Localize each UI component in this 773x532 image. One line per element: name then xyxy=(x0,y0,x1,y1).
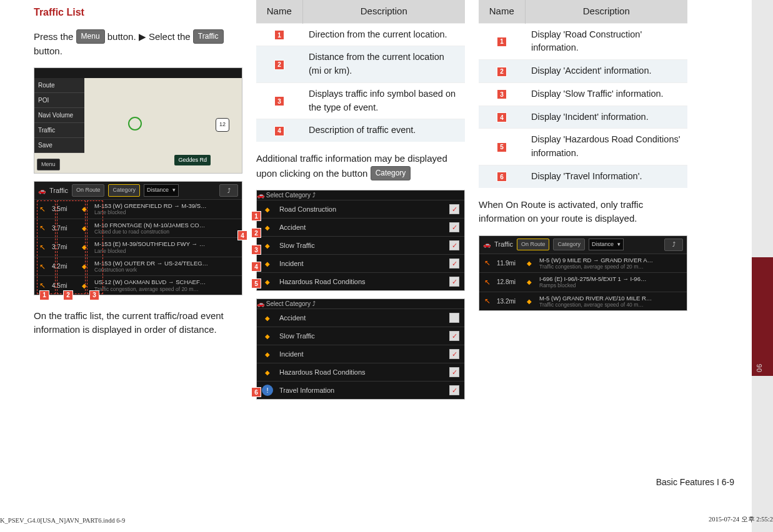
hazardous-icon: ◆ xyxy=(262,367,273,378)
map-menu-button: Menu xyxy=(37,159,60,171)
on-route-tab: On Route xyxy=(72,184,105,197)
map-screenshot: Route POI Navi Volume Traffic Save 12 Me… xyxy=(34,67,242,174)
menu-pill: Menu xyxy=(76,29,105,44)
indd-footer-right: 2015-07-24 오후 2:55:2 xyxy=(709,515,773,524)
car-icon: 🚗 xyxy=(483,240,491,249)
checkbox-icon xyxy=(449,259,459,268)
page-footer: Basic Features I 6-9 xyxy=(656,477,734,487)
checkbox-icon xyxy=(449,240,459,250)
checkbox-icon xyxy=(449,277,459,287)
checkbox-icon xyxy=(449,385,459,395)
traffic-event-icon: ◆ xyxy=(524,258,534,268)
hazardous-icon: ◆ xyxy=(262,276,273,287)
traffic-list-screenshot: 🚗 Traffic On Route Category Distance▾ ⤴ … xyxy=(34,181,242,295)
traffic-list-para: On the traffic list, the current traffic… xyxy=(34,309,242,337)
checkbox-icon xyxy=(449,313,459,323)
sort-dropdown: Distance▾ xyxy=(144,184,179,197)
map-side-menu: Route POI Navi Volume Traffic Save xyxy=(34,78,84,153)
car-icon: 🚗 xyxy=(257,300,264,307)
select-category-screenshot-1: 🚗 Select Category ⤴ ◆Road Construction ◆… xyxy=(256,190,465,291)
checkbox-icon xyxy=(449,349,459,359)
slow-traffic-icon: ◆ xyxy=(262,240,273,251)
direction-icon: ↖ xyxy=(483,297,492,305)
travel-info-icon: ! xyxy=(262,385,273,396)
on-route-screenshot: 🚗 Traffic On Route Category Distance▾ ⤴ … xyxy=(479,235,687,312)
callout-table-2: NameDescription 1Display 'Road Construct… xyxy=(479,0,687,188)
highway-shield: 12 xyxy=(216,118,229,132)
traffic-list-intro: Press the Menu button. ▶ Select the Traf… xyxy=(34,29,242,58)
direction-icon: ↖ xyxy=(483,278,492,287)
car-icon: 🚗 xyxy=(257,192,264,199)
incident-icon: ◆ xyxy=(262,348,273,360)
sort-dropdown: Distance▾ xyxy=(589,239,624,251)
back-icon: ⤴ xyxy=(664,239,683,251)
car-icon: 🚗 xyxy=(38,186,46,195)
checkbox-icon xyxy=(449,331,459,341)
accident-icon: ◆ xyxy=(262,312,273,323)
traffic-list-heading: Traffic List xyxy=(34,5,242,20)
additional-info-para: Additional traffic information may be di… xyxy=(256,152,465,180)
road-label: Geddes Rd xyxy=(174,155,211,166)
section-number: 06 xyxy=(756,363,763,372)
category-tab: Category xyxy=(553,239,585,251)
traffic-event-icon: ◆ xyxy=(524,296,534,306)
back-icon: ⤴ xyxy=(312,300,316,307)
traffic-pill: Traffic xyxy=(193,29,224,44)
direction-icon: ↖ xyxy=(483,259,492,267)
incident-icon: ◆ xyxy=(262,258,273,269)
slow-traffic-icon: ◆ xyxy=(262,330,273,342)
indd-footer-left: K_PSEV_G4.0[USA_N]AVN_PART6.indd 6-9 xyxy=(0,517,125,524)
on-route-tab: On Route xyxy=(517,239,550,251)
callout-table-1: NameDescription 1Direction from the curr… xyxy=(256,0,465,142)
accident-icon: ◆ xyxy=(262,222,273,233)
back-icon: ⤴ xyxy=(312,192,316,199)
road-construction-icon: ◆ xyxy=(262,204,273,215)
traffic-event-icon: ◆ xyxy=(524,277,534,287)
category-tab: Category xyxy=(108,184,140,197)
section-tab-rail: 06 xyxy=(752,0,773,532)
compass-icon xyxy=(128,117,142,131)
back-icon: ⤴ xyxy=(219,184,238,197)
checkbox-icon xyxy=(449,367,459,377)
checkbox-icon xyxy=(449,204,459,214)
category-pill: Category xyxy=(371,166,411,180)
on-route-para: When On Route is activated, only traffic… xyxy=(479,198,687,226)
checkbox-icon xyxy=(449,222,459,232)
select-category-screenshot-2: 🚗 Select Category ⤴ ◆Accident ◆Slow Traf… xyxy=(256,298,465,400)
traffic-title: Traffic xyxy=(49,185,68,196)
